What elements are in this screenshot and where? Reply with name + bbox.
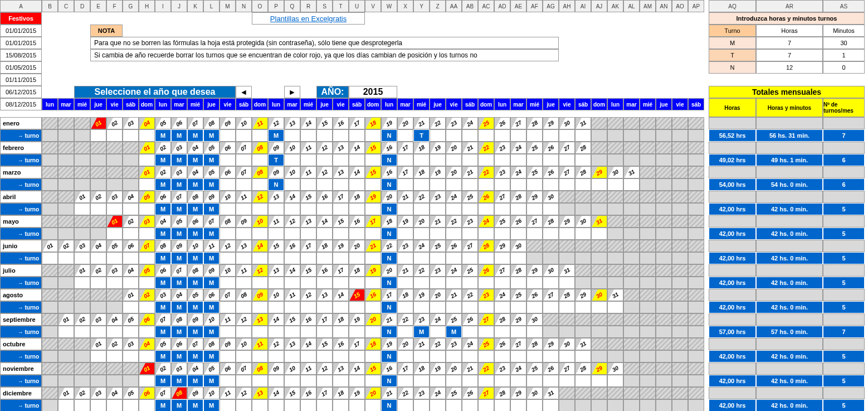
shift-cell[interactable] <box>139 178 155 191</box>
day-cell[interactable]: 10 <box>236 338 252 350</box>
day-cell[interactable]: 17 <box>316 313 333 326</box>
day-cell[interactable]: 10 <box>203 387 220 399</box>
day-cell[interactable]: 25 <box>430 240 446 252</box>
day-cell[interactable]: 17 <box>397 166 413 178</box>
shift-cell[interactable] <box>139 129 155 142</box>
shift-cell[interactable] <box>413 375 430 387</box>
day-cell[interactable]: 26 <box>543 166 559 178</box>
shift-cell[interactable] <box>268 326 284 338</box>
shift-cell[interactable] <box>413 252 430 264</box>
day-cell[interactable]: 13 <box>333 362 349 375</box>
shift-cell[interactable] <box>446 252 462 264</box>
shift-cell[interactable]: M <box>268 129 284 142</box>
day-cell[interactable]: 25 <box>462 264 478 277</box>
day-cell[interactable]: 03 <box>171 142 187 154</box>
day-cell[interactable]: 29 <box>591 166 607 178</box>
shift-cell[interactable]: M <box>187 399 203 411</box>
day-cell[interactable]: 03 <box>123 338 139 350</box>
shift-cell[interactable] <box>268 203 284 215</box>
day-cell[interactable]: 11 <box>252 117 268 129</box>
day-cell[interactable]: 02 <box>155 142 171 154</box>
day-cell[interactable]: 05 <box>171 215 187 228</box>
day-cell[interactable]: 06 <box>171 117 187 129</box>
day-cell[interactable]: 02 <box>90 191 106 203</box>
day-cell[interactable]: 20 <box>381 264 397 277</box>
shift-cell[interactable]: N <box>381 203 397 215</box>
shift-code-m[interactable]: M <box>709 37 756 49</box>
day-cell[interactable]: 14 <box>284 191 300 203</box>
shift-cell[interactable] <box>413 203 430 215</box>
day-cell[interactable]: 04 <box>123 264 139 277</box>
shift-cell[interactable]: N <box>381 301 397 313</box>
shift-cell[interactable]: M <box>203 203 220 215</box>
day-cell[interactable]: 08 <box>187 191 203 203</box>
shift-cell[interactable]: N <box>381 252 397 264</box>
shift-cell[interactable] <box>123 277 139 289</box>
day-cell[interactable]: 19 <box>397 215 413 228</box>
day-cell[interactable]: 27 <box>526 215 543 228</box>
day-cell[interactable]: 21 <box>381 313 397 326</box>
shift-cell[interactable] <box>430 350 446 362</box>
day-cell[interactable]: 26 <box>462 313 478 326</box>
shift-cell[interactable]: M <box>187 228 203 240</box>
shift-cell[interactable]: M <box>171 228 187 240</box>
shift-cell[interactable] <box>236 252 252 264</box>
shift-cell[interactable] <box>252 154 268 166</box>
shift-cell[interactable] <box>446 178 462 191</box>
shift-cell[interactable] <box>365 326 381 338</box>
shift-cell[interactable]: M <box>203 326 220 338</box>
day-cell[interactable]: 27 <box>478 313 494 326</box>
shift-cell[interactable]: T <box>268 154 284 166</box>
shift-cell[interactable] <box>58 399 74 411</box>
shift-cell[interactable] <box>462 203 478 215</box>
day-cell[interactable]: 21 <box>446 289 462 301</box>
day-cell[interactable]: 16 <box>365 289 381 301</box>
day-cell[interactable]: 21 <box>381 387 397 399</box>
shift-cell[interactable] <box>462 277 478 289</box>
day-cell[interactable]: 02 <box>106 338 123 350</box>
shift-cell[interactable] <box>316 178 333 191</box>
shift-cell[interactable] <box>236 277 252 289</box>
shift-cell[interactable] <box>575 154 591 166</box>
shift-cell[interactable] <box>446 399 462 411</box>
shift-cell[interactable] <box>316 301 333 313</box>
shift-cell[interactable] <box>462 228 478 240</box>
day-cell[interactable]: 10 <box>252 215 268 228</box>
day-cell[interactable]: 23 <box>494 166 510 178</box>
shift-cell[interactable] <box>575 375 591 387</box>
shift-cell[interactable] <box>268 252 284 264</box>
shift-cell[interactable] <box>543 203 559 215</box>
shift-cell[interactable] <box>90 252 106 264</box>
shift-cell[interactable] <box>607 301 623 313</box>
day-cell[interactable]: 09 <box>268 142 284 154</box>
day-cell[interactable]: 08 <box>171 387 187 399</box>
shift-cell[interactable] <box>575 301 591 313</box>
shift-cell[interactable] <box>236 129 252 142</box>
day-cell[interactable]: 18 <box>397 289 413 301</box>
shift-cell[interactable] <box>333 129 349 142</box>
day-cell[interactable]: 04 <box>187 362 203 375</box>
day-cell[interactable]: 07 <box>236 142 252 154</box>
day-cell[interactable]: 30 <box>543 264 559 277</box>
day-cell[interactable]: 11 <box>203 240 220 252</box>
shift-cell[interactable] <box>462 375 478 387</box>
day-cell[interactable]: 22 <box>397 313 413 326</box>
day-cell[interactable]: 21 <box>413 117 430 129</box>
day-cell[interactable]: 08 <box>220 215 236 228</box>
shift-cell[interactable] <box>607 375 623 387</box>
day-cell[interactable]: 21 <box>462 166 478 178</box>
day-cell[interactable]: 18 <box>349 264 365 277</box>
shift-cell[interactable] <box>349 203 365 215</box>
shift-cell[interactable] <box>300 252 316 264</box>
day-cell[interactable]: 12 <box>316 142 333 154</box>
day-cell[interactable]: 19 <box>430 166 446 178</box>
shift-cell[interactable] <box>365 228 381 240</box>
day-cell[interactable]: 15 <box>333 215 349 228</box>
day-cell[interactable]: 05 <box>203 166 220 178</box>
shift-cell[interactable]: M <box>155 326 171 338</box>
day-cell[interactable]: 30 <box>510 240 526 252</box>
day-cell[interactable]: 06 <box>171 338 187 350</box>
shift-cell[interactable] <box>139 399 155 411</box>
shift-cell[interactable] <box>333 252 349 264</box>
shift-cell[interactable] <box>575 228 591 240</box>
